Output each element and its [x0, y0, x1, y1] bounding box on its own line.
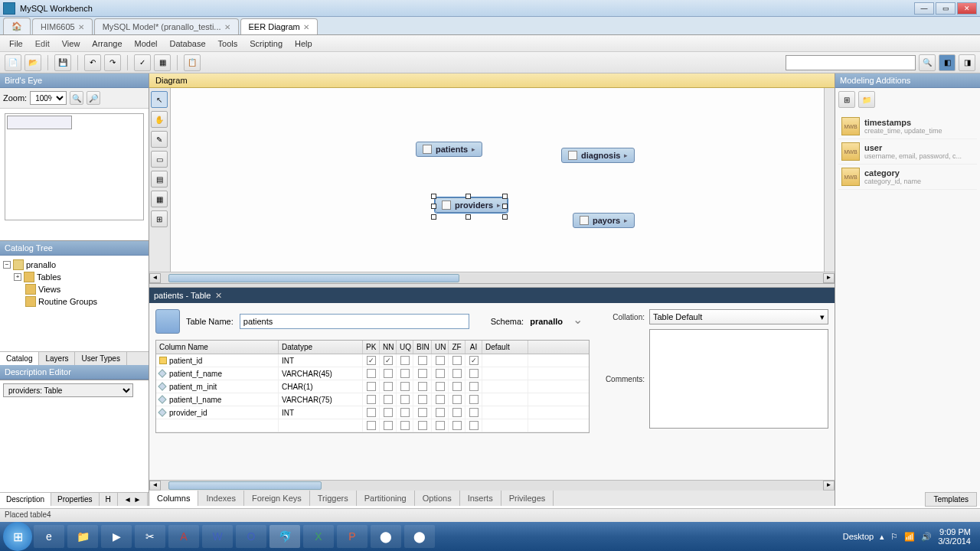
- desc-tab-nav[interactable]: ◄ ►: [118, 493, 149, 506]
- column-row[interactable]: patient_m_initCHAR(1): [156, 380, 589, 393]
- col-header[interactable]: AI: [466, 341, 482, 354]
- resize-handle[interactable]: [466, 214, 471, 220]
- checkbox-uq[interactable]: [400, 356, 410, 365]
- col-header[interactable]: PK: [363, 341, 380, 354]
- zoom-out-button[interactable]: 🔎: [87, 91, 100, 105]
- scroll-left-button[interactable]: ◄: [149, 273, 161, 283]
- catalog-tab[interactable]: Catalog: [0, 352, 39, 365]
- collapse-button[interactable]: ⌄: [569, 312, 587, 331]
- maximize-button[interactable]: ▭: [936, 2, 956, 15]
- checkbox-pk[interactable]: [367, 356, 376, 365]
- checkbox-bin[interactable]: [418, 369, 427, 378]
- column-row[interactable]: patient_l_nameVARCHAR(75): [156, 393, 589, 406]
- grid-scroll-right[interactable]: ►: [823, 481, 835, 491]
- scroll-right-button[interactable]: ►: [823, 273, 835, 283]
- tree-node[interactable]: Views: [3, 283, 145, 295]
- templates-tab[interactable]: Templates: [925, 492, 977, 507]
- minimap[interactable]: [5, 113, 144, 220]
- resize-handle[interactable]: [502, 194, 508, 199]
- panel-right-button[interactable]: ◨: [959, 54, 975, 71]
- tab[interactable]: MySQL Model* (pranallo_testi...✕: [94, 18, 239, 34]
- desc-tab[interactable]: Description: [0, 493, 51, 506]
- resize-handle[interactable]: [502, 204, 508, 209]
- table-tool[interactable]: ⊞: [151, 210, 168, 227]
- diagram-table-payors[interactable]: payors▸: [573, 213, 635, 228]
- column-row[interactable]: patient_f_nameVARCHAR(45): [156, 367, 589, 380]
- template-item[interactable]: MWBcategorycategory_id, name: [838, 165, 977, 190]
- taskbar-workbench[interactable]: 🐬: [270, 525, 300, 548]
- editor-tab-indexes[interactable]: Indexes: [198, 491, 244, 506]
- editor-tab-inserts[interactable]: Inserts: [460, 491, 501, 506]
- tray-network-icon[interactable]: 📶: [904, 532, 915, 542]
- template-folder-button[interactable]: 📁: [858, 91, 875, 108]
- checkbox-ai[interactable]: [469, 395, 479, 404]
- checkbox-nn[interactable]: [384, 395, 393, 404]
- checkbox-zf[interactable]: [452, 356, 462, 365]
- checkbox-un[interactable]: [436, 395, 445, 404]
- search-input[interactable]: [786, 55, 916, 70]
- column-row[interactable]: provider_idINT: [156, 406, 589, 419]
- tab-close[interactable]: ✕: [224, 23, 230, 31]
- validate-button[interactable]: ✓: [134, 54, 151, 71]
- resize-handle[interactable]: [466, 194, 471, 199]
- checkbox-bin[interactable]: [418, 356, 427, 365]
- menu-database[interactable]: Database: [163, 37, 211, 51]
- col-header[interactable]: Datatype: [279, 341, 363, 354]
- col-header[interactable]: ZF: [449, 341, 466, 354]
- search-button[interactable]: 🔍: [919, 54, 936, 71]
- resize-handle[interactable]: [431, 194, 436, 199]
- col-header[interactable]: NN: [380, 341, 397, 354]
- zoom-select[interactable]: 100%: [30, 91, 67, 105]
- desc-area[interactable]: [0, 400, 149, 492]
- col-header[interactable]: Default: [482, 341, 528, 354]
- taskbar-chrome[interactable]: ⬤: [371, 525, 401, 548]
- tray-clock[interactable]: 9:09 PM3/3/2014: [938, 527, 971, 546]
- template-add-button[interactable]: ⊞: [838, 91, 855, 108]
- checkbox-un[interactable]: [436, 408, 445, 417]
- checkbox-ai[interactable]: [469, 369, 479, 378]
- grid-button[interactable]: ▦: [154, 54, 171, 71]
- column-row-new[interactable]: [156, 419, 589, 432]
- checkbox-un[interactable]: [436, 382, 445, 391]
- tray-flag-icon[interactable]: ⚐: [890, 532, 898, 542]
- undo-button[interactable]: ↶: [84, 54, 101, 71]
- checkbox-zf[interactable]: [452, 369, 462, 378]
- collation-select[interactable]: Table Default▾: [649, 309, 828, 324]
- taskbar-powerpoint[interactable]: P: [337, 525, 368, 548]
- hand-tool[interactable]: ✋: [151, 111, 168, 128]
- tray-up-icon[interactable]: ▴: [880, 532, 884, 542]
- column-row[interactable]: patient_idINT: [156, 354, 589, 367]
- grid-hscroll[interactable]: [161, 481, 823, 491]
- menu-tools[interactable]: Tools: [212, 37, 244, 51]
- menu-scripting[interactable]: Scripting: [243, 37, 289, 51]
- col-header[interactable]: UQ: [397, 341, 413, 354]
- checkbox-uq[interactable]: [400, 395, 410, 404]
- close-button[interactable]: ✕: [957, 2, 977, 15]
- home-tab[interactable]: 🏠: [3, 18, 31, 34]
- resize-handle[interactable]: [502, 214, 508, 220]
- diagram-table-patients[interactable]: patients▸: [416, 142, 482, 157]
- open-file-button[interactable]: 📂: [24, 54, 41, 71]
- tab-close[interactable]: ✕: [303, 23, 309, 31]
- menu-file[interactable]: File: [3, 37, 29, 51]
- new-file-button[interactable]: 📄: [5, 54, 21, 71]
- taskbar-outlook[interactable]: O: [236, 525, 266, 548]
- checkbox-ai[interactable]: [469, 382, 479, 391]
- catalog-tab[interactable]: User Types: [75, 352, 126, 365]
- taskbar-ie[interactable]: e: [34, 525, 64, 548]
- desc-tab[interactable]: Properties: [51, 493, 100, 506]
- template-item[interactable]: MWBtimestampscreate_time, update_time: [838, 114, 977, 139]
- checkbox-nn[interactable]: [384, 408, 393, 417]
- checkbox-un[interactable]: [436, 356, 445, 365]
- hscroll-track[interactable]: [161, 273, 823, 283]
- taskbar-excel[interactable]: X: [303, 525, 334, 548]
- diagram-table-diagnosis[interactable]: diagnosis▸: [561, 148, 635, 163]
- layer-tool[interactable]: ▭: [151, 151, 168, 168]
- checkbox-bin[interactable]: [418, 408, 427, 417]
- table-name-input[interactable]: [240, 314, 469, 329]
- checkbox-uq[interactable]: [400, 382, 410, 391]
- editor-tab-foreign keys[interactable]: Foreign Keys: [244, 491, 310, 506]
- checkbox-un[interactable]: [436, 369, 445, 378]
- checkbox-bin[interactable]: [418, 382, 427, 391]
- menu-model[interactable]: Model: [129, 37, 164, 51]
